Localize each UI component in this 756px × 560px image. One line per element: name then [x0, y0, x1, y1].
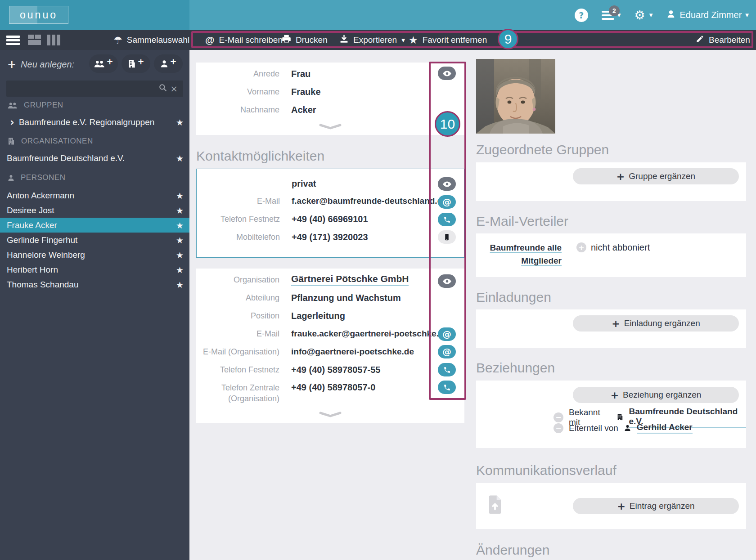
sidebar-item-group[interactable]: › Baumfreunde e.V. Regionalgruppen ★: [0, 115, 189, 130]
chevron-down-icon: ▼: [745, 13, 749, 18]
field-row: Telefon Zentrale (Organisation) +49 (40)…: [196, 379, 464, 404]
favorite-star-icon[interactable]: ★: [176, 153, 184, 163]
notifications-menu[interactable]: 2 ▼: [602, 11, 621, 20]
send-email-button[interactable]: @: [438, 327, 456, 341]
upload-document-icon[interactable]: [487, 495, 503, 516]
favorite-star-icon[interactable]: ★: [176, 235, 184, 245]
phone-icon: [443, 366, 451, 374]
field-row: Position Lagerleitung: [196, 307, 464, 325]
write-email-button[interactable]: @ E-Mail schreiben: [205, 30, 283, 50]
visibility-button[interactable]: [438, 177, 456, 191]
person-icon: [624, 424, 631, 432]
columns-view-icon: [47, 35, 60, 45]
favorite-star-icon[interactable]: ★: [176, 280, 184, 290]
field-row: Nachname Acker: [196, 101, 464, 119]
private-contact-card[interactable]: privat E-Mail f.acker@baumfreunde-deutsc…: [196, 169, 464, 258]
favorite-star-icon[interactable]: ★: [176, 117, 184, 127]
user-icon: [666, 9, 676, 21]
contact-photo: [476, 59, 555, 134]
field-value: +49 (171) 3920023: [292, 232, 368, 242]
favorite-star-icon[interactable]: ★: [176, 191, 184, 201]
print-button[interactable]: Drucken: [282, 30, 328, 50]
download-icon: [339, 34, 349, 46]
favorite-star-icon[interactable]: ★: [176, 206, 184, 215]
subscribe-plus-icon[interactable]: +: [576, 242, 586, 252]
favorite-star-icon[interactable]: ★: [176, 265, 184, 275]
relation-target-link[interactable]: Gerhild Acker: [637, 422, 693, 434]
call-phone-button[interactable]: [438, 363, 456, 376]
settings-menu[interactable]: ⚙ ▼: [634, 8, 653, 22]
help-icon[interactable]: ?: [575, 9, 588, 22]
block-title: privat: [292, 179, 316, 189]
add-organisation-button[interactable]: +: [122, 54, 150, 73]
organisation-contact-card[interactable]: Organisation Gärtnerei Pötschke GmbH Abt…: [196, 269, 464, 423]
add-person-button[interactable]: +: [154, 54, 183, 73]
export-button[interactable]: Exportieren ▼: [339, 30, 405, 50]
notifications-list-icon: 2: [602, 11, 614, 20]
call-phone-button[interactable]: [438, 381, 456, 394]
clear-search-icon[interactable]: ×: [167, 83, 183, 94]
field-row: E-Mail f.acker@baumfreunde-deutschland.d…: [197, 192, 464, 210]
invitations-card: + Einladung ergänzen: [476, 309, 746, 348]
at-icon: @: [205, 35, 214, 45]
field-value: info@gaertnerei-poetschke.de: [291, 347, 414, 357]
call-mobile-button[interactable]: [438, 230, 456, 244]
sidebar-item-person[interactable]: Desiree Jost★: [0, 203, 189, 218]
view-list-toggle[interactable]: [6, 30, 20, 50]
search-icon[interactable]: [158, 83, 167, 94]
changes-heading: Änderungen: [476, 542, 549, 558]
field-row: Organisation Gärtnerei Pötschke GmbH: [196, 271, 464, 289]
field-row: E-Mail frauke.acker@gaertnerei-poetschke…: [196, 325, 464, 343]
add-group-button[interactable]: + Gruppe ergänzen: [573, 168, 739, 184]
remove-favorite-button[interactable]: ★ Favorit entfernen: [409, 30, 487, 50]
visibility-button[interactable]: [438, 67, 456, 80]
field-value: Lagerleitung: [291, 311, 345, 321]
sidebar-item-person[interactable]: Thomas Schandau★: [0, 277, 189, 292]
favorite-star-icon[interactable]: ★: [176, 250, 184, 260]
search-input[interactable]: [6, 84, 158, 93]
add-entry-button[interactable]: + Eintrag ergänzen: [573, 498, 739, 514]
add-invitation-button[interactable]: + Einladung ergänzen: [573, 315, 739, 332]
plus-icon: +: [612, 318, 620, 329]
sidebar-item-person[interactable]: Anton Ackermann★: [0, 188, 189, 203]
field-value: +49 (40) 58978057-55: [291, 365, 381, 375]
user-menu[interactable]: Eduard Zimmer ▼: [666, 9, 749, 21]
expand-chevron-icon[interactable]: [319, 123, 342, 131]
annotation-step-9: 9: [498, 29, 518, 49]
send-email-button[interactable]: @: [438, 195, 456, 209]
printer-icon: [282, 34, 291, 46]
chevron-right-icon[interactable]: ›: [10, 117, 14, 128]
field-value: +49 (40) 58978057-0: [291, 379, 375, 393]
organisation-link[interactable]: Gärtnerei Pötschke GmbH: [291, 273, 409, 286]
send-email-button[interactable]: @: [438, 345, 456, 358]
add-group-button[interactable]: +: [89, 54, 118, 73]
sidebar-item-person[interactable]: Hannelore Weinberg★: [0, 247, 189, 262]
expand-chevron-icon[interactable]: [319, 411, 342, 419]
chevron-down-icon: ▼: [649, 13, 653, 18]
plus-icon: +: [106, 57, 113, 66]
collect-selection-button[interactable]: ☂ Sammelauswahl: [113, 30, 189, 50]
remove-relation-icon[interactable]: −: [554, 412, 563, 422]
eye-icon: [442, 69, 452, 78]
visibility-button[interactable]: [438, 274, 456, 288]
remove-relation-icon[interactable]: −: [554, 423, 563, 433]
field-value: Pflanzung und Wachstum: [291, 293, 401, 303]
favorite-star-icon[interactable]: ★: [176, 220, 184, 230]
group-icon: [94, 59, 105, 68]
edit-button[interactable]: Bearbeiten: [696, 30, 750, 50]
name-card: Anrede Frau Vorname Frauke Nachname Acke…: [196, 63, 464, 135]
view-columns-toggle[interactable]: [47, 30, 60, 50]
view-cards-toggle[interactable]: [28, 30, 41, 50]
toolbar-strip: ☂ Sammelauswahl @ E-Mail schreiben Druck…: [0, 30, 756, 50]
mailing-list-link[interactable]: Baumfreunde alle Mitglieder: [476, 241, 562, 267]
sidebar-item-person-selected[interactable]: Frauke Acker★: [0, 218, 189, 233]
sidebar-item-organisation[interactable]: Baumfreunde Deutschland e.V. ★: [0, 151, 189, 166]
sidebar-item-person[interactable]: Heribert Horn★: [0, 262, 189, 277]
chevron-down-icon: ▼: [401, 38, 405, 43]
add-relation-button[interactable]: + Beziehung ergänzen: [573, 387, 739, 403]
field-value: Frauke: [291, 87, 321, 97]
call-phone-button[interactable]: [438, 213, 456, 226]
sidebar-item-person[interactable]: Gerlinde Fingerhut★: [0, 233, 189, 247]
field-row: Vorname Frauke: [196, 83, 464, 101]
app-logo[interactable]: ounuo: [9, 6, 68, 24]
